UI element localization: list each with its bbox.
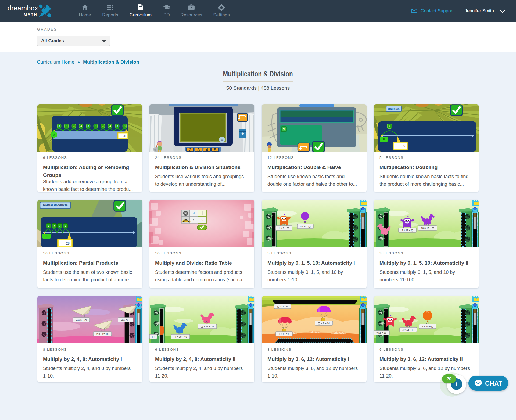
svg-text:0: 0 [46, 234, 48, 238]
svg-text:3: 3 [95, 125, 96, 128]
svg-text:3: 3 [109, 125, 111, 128]
svg-text:7: 7 [64, 224, 66, 228]
svg-text:1 × 2 = ▢: 1 × 2 = ▢ [278, 227, 289, 229]
svg-text:2 × ▢ = 18: 2 × ▢ = 18 [96, 333, 108, 335]
svg-text:7: 7 [59, 224, 60, 228]
svg-text:× 11 = 33: × 11 = 33 [376, 332, 386, 334]
svg-text:3: 3 [124, 125, 126, 128]
svg-text:3: 3 [66, 125, 67, 128]
svg-text:▢ × 8 = 24: ▢ × 8 = 24 [318, 322, 330, 325]
svg-text:1: 1 [193, 218, 195, 222]
svg-text:Doubles: Doubles [388, 107, 399, 110]
svg-text:10 × 18 = ▢: 10 × 18 = ▢ [421, 227, 434, 229]
svg-text:3: 3 [102, 125, 104, 128]
svg-text:5: 5 [201, 218, 203, 222]
svg-text:3: 3 [59, 125, 60, 128]
svg-text:3: 3 [283, 128, 285, 131]
svg-text:3: 3 [197, 148, 200, 152]
svg-text:▢: ▢ [152, 335, 155, 338]
svg-text:0: 0 [383, 137, 385, 141]
svg-text:4 × ▢ =: 4 × ▢ = [121, 319, 130, 321]
svg-text:3: 3 [117, 125, 118, 128]
svg-text:5: 5 [389, 125, 390, 128]
svg-text:6 × ▢ = 6: 6 × ▢ = 6 [279, 333, 289, 335]
svg-text:3: 3 [80, 125, 82, 128]
svg-text:▢ × 17 = 34: ▢ × 17 = 34 [200, 325, 214, 328]
svg-text:5 × 17 = ▢: 5 × 17 = ▢ [402, 229, 414, 232]
svg-text:▢ × 2 = 6: ▢ × 2 = 6 [277, 305, 288, 308]
svg-text:3: 3 [88, 125, 89, 128]
svg-text:5: 5 [214, 148, 216, 152]
svg-text:2: 2 [189, 148, 191, 152]
svg-text:0: 0 [53, 133, 55, 137]
svg-text:0 × 6 = ▢: 0 × 6 = ▢ [300, 225, 311, 228]
svg-text:30: 30 [123, 135, 127, 138]
svg-text:4: 4 [206, 148, 208, 152]
svg-text:3 × 15 = ▢: 3 × 15 = ▢ [422, 325, 434, 328]
svg-text:4 × 9 = ▢: 4 × 9 = ▢ [76, 319, 87, 321]
svg-text:Partial Products: Partial Products [43, 203, 68, 207]
svg-text:3 × 13 = ▢: 3 × 13 = ▢ [402, 328, 414, 331]
svg-text:4: 4 [193, 212, 195, 215]
svg-text:0: 0 [221, 139, 223, 141]
svg-text:7: 7 [48, 224, 49, 228]
svg-text:▢ × 20 = 40: ▢ × 20 = 40 [174, 335, 187, 338]
svg-text:7: 7 [53, 224, 55, 228]
svg-text:28: 28 [66, 242, 70, 245]
svg-text:5: 5 [403, 145, 405, 148]
svg-text:3: 3 [73, 125, 75, 128]
